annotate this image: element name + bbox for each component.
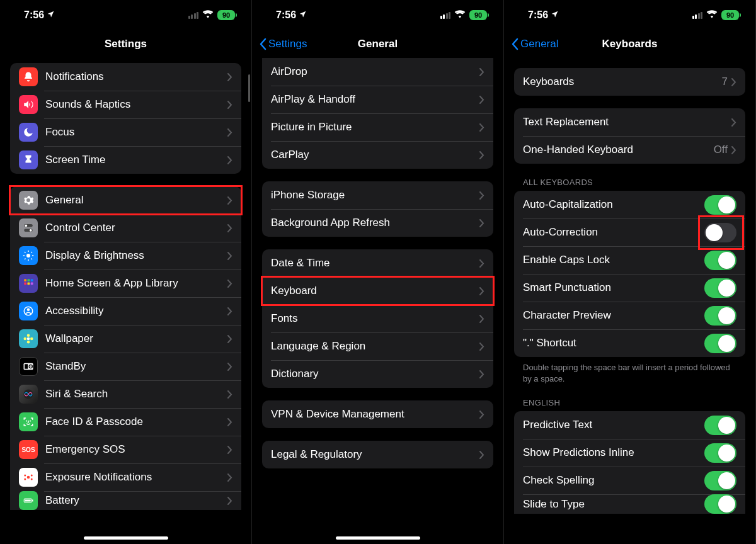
row-shortcut: "." Shortcut xyxy=(514,329,745,357)
row-label: Smart Punctuation xyxy=(523,281,704,294)
row-vpn[interactable]: VPN & Device Management xyxy=(262,400,493,428)
home-indicator[interactable] xyxy=(84,536,168,540)
row-spelling: Check Spelling xyxy=(514,467,745,494)
svg-rect-13 xyxy=(24,279,26,281)
row-label: Slide to Type xyxy=(523,498,704,511)
back-label: General xyxy=(520,38,558,50)
battery-indicator: 90 xyxy=(469,10,487,20)
row-smartpunct: Smart Punctuation xyxy=(514,274,745,302)
row-airplay[interactable]: AirPlay & Handoff xyxy=(262,86,493,113)
chevron-right-icon xyxy=(227,252,232,260)
row-keyboard[interactable]: Keyboard xyxy=(262,277,493,305)
row-label: Date & Time xyxy=(271,257,479,269)
row-controlcenter[interactable]: Control Center xyxy=(10,214,241,242)
svg-line-11 xyxy=(25,259,26,260)
row-dictionary[interactable]: Dictionary xyxy=(262,360,493,388)
exposure-icon xyxy=(19,468,38,487)
row-screentime[interactable]: Screen Time xyxy=(10,146,241,174)
status-bar: 7:56 90 xyxy=(0,0,251,30)
row-siri[interactable]: Siri & Search xyxy=(10,380,241,408)
toggle-switch[interactable] xyxy=(704,251,736,270)
row-label: AirPlay & Handoff xyxy=(271,93,479,106)
row-label: AirDrop xyxy=(271,65,479,78)
cellular-icon xyxy=(692,12,703,19)
row-value: 7 xyxy=(722,76,728,88)
bell-icon xyxy=(19,67,38,86)
row-bgrefresh[interactable]: Background App Refresh xyxy=(262,209,493,237)
section-footer: Double tapping the space bar will insert… xyxy=(514,357,745,384)
chevron-right-icon xyxy=(479,451,484,459)
row-focus[interactable]: Focus xyxy=(10,118,241,146)
row-general[interactable]: General xyxy=(10,186,241,214)
row-label: Character Preview xyxy=(523,309,704,322)
svg-point-33 xyxy=(30,421,31,421)
row-label: Display & Brightness xyxy=(45,249,227,262)
row-exposure[interactable]: Exposure Notifications xyxy=(10,463,241,491)
phone-keyboards: 7:56 90 General Keyboards Keyboards7Text… xyxy=(504,0,756,544)
row-datetime[interactable]: Date & Time xyxy=(262,249,493,277)
row-textreplace[interactable]: Text Replacement xyxy=(514,108,745,136)
chevron-right-icon xyxy=(227,390,232,399)
row-sos[interactable]: SOSEmergency SOS xyxy=(10,436,241,463)
chevron-right-icon xyxy=(479,96,484,104)
clock-icon xyxy=(19,357,38,376)
toggle-switch[interactable] xyxy=(704,471,736,490)
row-carplay[interactable]: CarPlay xyxy=(262,141,493,169)
section-header-english: English xyxy=(514,384,745,411)
row-standby[interactable]: StandBy xyxy=(10,353,241,380)
svg-rect-15 xyxy=(31,279,33,281)
toggle-switch[interactable] xyxy=(704,334,736,353)
row-fonts[interactable]: Fonts xyxy=(262,305,493,332)
row-onehanded[interactable]: One-Handed KeyboardOff xyxy=(514,136,745,164)
toggle-switch[interactable] xyxy=(704,494,736,514)
row-label: Fonts xyxy=(271,312,479,325)
toggle-switch[interactable] xyxy=(704,223,736,242)
scrollbar[interactable] xyxy=(248,74,250,102)
row-wallpaper[interactable]: Wallpaper xyxy=(10,325,241,353)
svg-point-24 xyxy=(24,337,27,341)
row-label: Predictive Text xyxy=(523,419,704,431)
row-langregion[interactable]: Language & Region xyxy=(262,332,493,360)
toggle-switch[interactable] xyxy=(704,416,736,435)
row-accessibility[interactable]: Accessibility xyxy=(10,297,241,325)
svg-point-21 xyxy=(27,337,30,341)
row-label: Background App Refresh xyxy=(271,217,479,229)
row-keyboards[interactable]: Keyboards7 xyxy=(514,68,745,96)
back-button[interactable]: Settings xyxy=(258,38,307,50)
chevron-right-icon xyxy=(479,191,484,200)
sos-icon: SOS xyxy=(19,440,38,459)
row-legal[interactable]: Legal & Regulatory xyxy=(262,441,493,468)
svg-point-1 xyxy=(25,224,27,227)
toggle-switch[interactable] xyxy=(704,443,736,463)
cellular-icon xyxy=(188,12,199,19)
back-button[interactable]: General xyxy=(510,38,558,50)
row-autocap: Auto-Capitalization xyxy=(514,191,745,218)
row-sounds[interactable]: Sounds & Haptics xyxy=(10,91,241,118)
back-label: Settings xyxy=(268,38,307,50)
speaker-icon xyxy=(19,95,38,114)
row-pip[interactable]: Picture in Picture xyxy=(262,113,493,141)
row-airdrop[interactable]: AirDrop xyxy=(262,58,493,86)
svg-point-20 xyxy=(27,309,30,312)
status-bar: 7:56 90 xyxy=(504,0,755,30)
toggle-switch[interactable] xyxy=(704,195,736,215)
chevron-right-icon xyxy=(731,118,736,127)
row-faceid[interactable]: Face ID & Passcode xyxy=(10,408,241,436)
moon-icon xyxy=(19,123,38,142)
home-indicator[interactable] xyxy=(336,536,420,540)
row-label: Control Center xyxy=(45,222,227,234)
toggle-switch[interactable] xyxy=(704,278,736,298)
row-display[interactable]: Display & Brightness xyxy=(10,242,241,269)
toggle-switch[interactable] xyxy=(704,306,736,326)
svg-point-32 xyxy=(26,421,27,421)
row-notifications[interactable]: Notifications xyxy=(10,63,241,91)
row-homescreen[interactable]: Home Screen & App Library xyxy=(10,269,241,297)
row-label: Wallpaper xyxy=(45,332,227,345)
row-label: "." Shortcut xyxy=(523,337,704,349)
row-battery[interactable]: Battery xyxy=(10,491,241,510)
sun-icon xyxy=(19,246,38,265)
svg-rect-17 xyxy=(28,283,30,285)
row-label: Siri & Search xyxy=(45,388,227,400)
row-storage[interactable]: iPhone Storage xyxy=(262,181,493,209)
chevron-right-icon xyxy=(227,497,232,505)
